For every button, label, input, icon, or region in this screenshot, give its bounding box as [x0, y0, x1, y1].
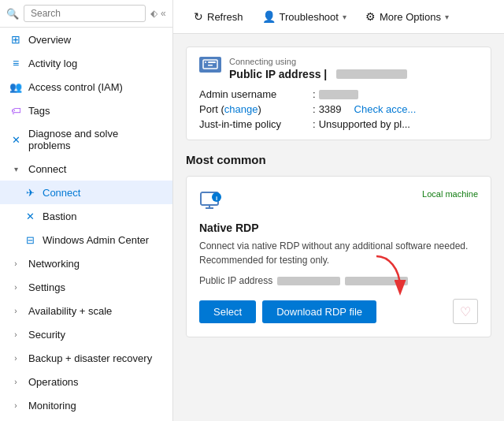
chevron-right-icon: › [9, 281, 22, 293]
toolbar-icons: ⬖ « [150, 8, 166, 19]
sidebar-item-label: Diagnose and solve problems [28, 128, 163, 151]
admin-username-value-blurred [319, 90, 358, 99]
red-arrow-annotation [0, 181, 4, 204]
bastion-icon: ✕ [24, 210, 36, 222]
detail-row-username: Admin username : [199, 88, 478, 100]
svg-text:i: i [216, 195, 217, 202]
sidebar-item-security[interactable]: › Security [0, 322, 172, 346]
sidebar-item-bastion[interactable]: ✕ Bastion [0, 204, 172, 228]
chevron-right-icon: › [9, 328, 22, 341]
rdp-card: i Local machine Native RDP Connect via n… [186, 176, 491, 337]
connecting-label: Connecting using [229, 57, 407, 66]
heart-icon: ♡ [460, 304, 471, 319]
tags-icon: 🏷 [9, 104, 22, 117]
rdp-card-header: i Local machine [199, 189, 478, 215]
sidebar-item-label: Windows Admin Center [43, 234, 149, 246]
access-control-icon: 👥 [9, 80, 22, 93]
favorite-button[interactable]: ♡ [453, 299, 478, 324]
port-change-link[interactable]: change [224, 103, 258, 115]
public-ip-label: Public IP address [199, 275, 272, 286]
ip-blurred-2 [345, 277, 408, 285]
svg-rect-5 [208, 65, 213, 66]
windows-admin-icon: ⊟ [24, 233, 36, 246]
rdp-monitor-icon: i [199, 191, 224, 213]
select-button[interactable]: Select [199, 300, 256, 323]
sidebar-item-label: Backup + disaster recovery [28, 352, 152, 364]
detail-row-port: Port (change) : 3389 Check acce... [199, 103, 478, 115]
local-machine-badge: Local machine [422, 189, 478, 199]
svg-point-3 [205, 61, 206, 63]
more-options-icon: ⚙ [365, 10, 376, 23]
sidebar-item-label: Monitoring [28, 400, 76, 412]
refresh-label: Refresh [207, 11, 243, 23]
svg-rect-4 [208, 61, 216, 63]
sidebar-item-backup[interactable]: › Backup + disaster recovery [0, 346, 172, 370]
sidebar-item-windows-admin[interactable]: ⊟ Windows Admin Center [0, 228, 172, 251]
collapse-icon: « [161, 8, 166, 19]
refresh-button[interactable]: ↻ Refresh [186, 6, 251, 27]
rdp-ip-row: Public IP address [199, 275, 478, 286]
connection-icon [199, 57, 221, 73]
sidebar-item-availability[interactable]: › Availability + scale [0, 299, 172, 322]
content-area: Connecting using Public IP address | Adm… [173, 34, 504, 421]
rdp-title: Native RDP [199, 222, 478, 234]
sidebar-item-monitoring[interactable]: › Monitoring [0, 393, 172, 417]
most-common-title: Most common [186, 153, 491, 166]
connection-title-text: Public IP address | [229, 68, 327, 80]
chevron-right-icon: › [9, 399, 22, 412]
detail-row-jit: Just-in-time policy : Unsupported by pl.… [199, 118, 478, 130]
connect-icon: ✈ [24, 186, 36, 199]
connection-title: Public IP address | [229, 68, 407, 80]
sidebar-item-networking[interactable]: › Networking [0, 251, 172, 275]
chevron-right-icon: › [9, 257, 22, 270]
sidebar-item-label: Connect [28, 163, 66, 175]
ip-address-blurred [336, 69, 407, 79]
check-access-link[interactable]: Check acce... [354, 103, 417, 115]
chevron-down-icon: ▾ [9, 162, 22, 175]
sidebar-item-connect[interactable]: ✈ Connect [0, 181, 172, 204]
troubleshoot-label: Troubleshoot [280, 11, 339, 23]
port-value: 3389 [319, 103, 342, 115]
sidebar-item-connect-group[interactable]: ▾ Connect [0, 157, 172, 181]
detail-colon: : [313, 103, 316, 115]
admin-username-label: Admin username [199, 88, 309, 100]
rdp-description: Connect via native RDP without any addit… [199, 239, 478, 267]
jit-value: Unsupported by pl... [319, 118, 410, 130]
sidebar-item-overview[interactable]: ⊞ Overview [0, 28, 172, 51]
sidebar-item-diagnose[interactable]: ✕ Diagnose and solve problems [0, 122, 172, 157]
sidebar-item-label: Tags [28, 105, 50, 117]
main-content: ↻ Refresh 👤 Troubleshoot ▾ ⚙ More Option… [173, 0, 504, 421]
download-rdp-button[interactable]: Download RDP file [262, 300, 376, 323]
svg-rect-2 [203, 60, 217, 69]
sidebar-item-access-control[interactable]: 👥 Access control (IAM) [0, 75, 172, 99]
filter-icon: ⬖ [150, 8, 158, 19]
search-input[interactable] [24, 5, 146, 22]
overview-icon: ⊞ [9, 33, 22, 46]
sidebar-item-settings[interactable]: › Settings [0, 275, 172, 299]
chevron-right-icon: › [9, 375, 22, 388]
more-options-label: More Options [380, 11, 441, 23]
connection-details: Admin username : Port (change) : 3389 Ch… [199, 88, 478, 130]
troubleshoot-button[interactable]: 👤 Troubleshoot ▾ [254, 6, 354, 27]
sidebar-item-label: Activity log [28, 58, 77, 69]
chevron-down-icon: ▾ [445, 13, 449, 21]
sidebar-item-label: Overview [28, 34, 71, 46]
activity-log-icon: ≡ [9, 57, 22, 69]
sidebar-item-label: Operations [28, 376, 79, 388]
sidebar-item-operations[interactable]: › Operations [0, 370, 172, 393]
chevron-down-icon: ▾ [343, 13, 346, 21]
jit-label: Just-in-time policy [199, 118, 309, 130]
sidebar-item-label: Access control (IAM) [28, 81, 123, 93]
chevron-right-icon: › [9, 352, 22, 364]
rdp-icon-area: i [199, 189, 224, 215]
sidebar-item-label: Settings [28, 281, 65, 293]
sidebar-item-activity-log[interactable]: ≡ Activity log [0, 51, 172, 75]
sidebar: 🔍 ⬖ « ⊞ Overview ≡ Activity log 👥 Access… [0, 0, 173, 421]
more-options-button[interactable]: ⚙ More Options ▾ [358, 6, 457, 27]
sidebar-item-label: Networking [28, 258, 80, 270]
toolbar: ↻ Refresh 👤 Troubleshoot ▾ ⚙ More Option… [173, 0, 504, 34]
sidebar-item-tags[interactable]: 🏷 Tags [0, 99, 172, 122]
troubleshoot-icon: 👤 [262, 10, 276, 23]
diagnose-icon: ✕ [9, 133, 22, 146]
sidebar-nav: ⊞ Overview ≡ Activity log 👥 Access contr… [0, 28, 172, 421]
